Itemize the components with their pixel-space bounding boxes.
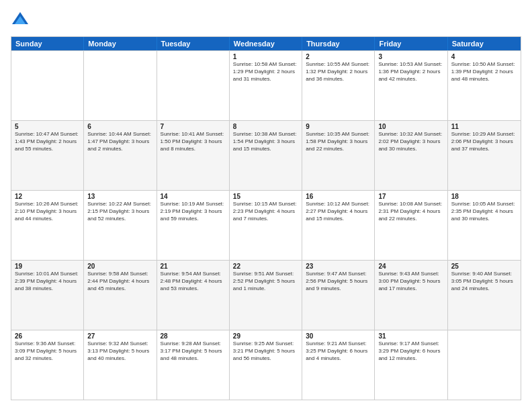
weekday-header: Wednesday <box>230 37 302 50</box>
weekday-header: Sunday <box>11 37 84 50</box>
weekday-header: Monday <box>84 37 157 50</box>
cell-info: Sunrise: 9:36 AM Sunset: 3:09 PM Dayligh… <box>15 340 80 362</box>
day-number: 20 <box>87 263 152 270</box>
day-number: 14 <box>161 193 226 200</box>
day-number: 8 <box>233 123 298 130</box>
calendar-cell: 19Sunrise: 10:01 AM Sunset: 2:39 PM Dayl… <box>11 261 84 330</box>
cell-info: Sunrise: 9:25 AM Sunset: 3:21 PM Dayligh… <box>233 340 298 362</box>
day-number: 23 <box>306 263 371 270</box>
calendar-cell: 6Sunrise: 10:44 AM Sunset: 1:47 PM Dayli… <box>84 121 157 190</box>
day-number: 18 <box>451 193 517 200</box>
cell-info: Sunrise: 9:21 AM Sunset: 3:25 PM Dayligh… <box>306 340 371 362</box>
weekday-header: Saturday <box>448 37 521 50</box>
cell-info: Sunrise: 10:15 AM Sunset: 2:23 PM Daylig… <box>233 201 298 222</box>
logo-icon <box>11 11 30 30</box>
day-number: 26 <box>15 332 80 340</box>
calendar-cell: 14Sunrise: 10:19 AM Sunset: 2:19 PM Dayl… <box>157 191 230 260</box>
calendar-cell: 30Sunrise: 9:21 AM Sunset: 3:25 PM Dayli… <box>302 330 375 400</box>
day-number: 2 <box>306 53 371 60</box>
calendar-cell: 1Sunrise: 10:58 AM Sunset: 1:29 PM Dayli… <box>230 51 302 120</box>
calendar-cell: 4Sunrise: 10:50 AM Sunset: 1:39 PM Dayli… <box>448 51 521 120</box>
cell-info: Sunrise: 10:47 AM Sunset: 1:43 PM Daylig… <box>15 131 80 152</box>
day-number: 21 <box>161 263 226 270</box>
calendar-cell: 25Sunrise: 9:40 AM Sunset: 3:05 PM Dayli… <box>448 261 521 330</box>
calendar-cell: 27Sunrise: 9:32 AM Sunset: 3:13 PM Dayli… <box>84 330 157 400</box>
page: SundayMondayTuesdayWednesdayThursdayFrid… <box>0 0 532 411</box>
calendar-cell: 9Sunrise: 10:35 AM Sunset: 1:58 PM Dayli… <box>302 121 375 190</box>
cell-info: Sunrise: 9:51 AM Sunset: 2:52 PM Dayligh… <box>233 271 298 292</box>
logo <box>11 11 32 30</box>
cell-info: Sunrise: 9:32 AM Sunset: 3:13 PM Dayligh… <box>87 340 152 362</box>
calendar-row: 19Sunrise: 10:01 AM Sunset: 2:39 PM Dayl… <box>11 260 521 330</box>
calendar-cell: 23Sunrise: 9:47 AM Sunset: 2:56 PM Dayli… <box>302 261 375 330</box>
cell-info: Sunrise: 10:50 AM Sunset: 1:39 PM Daylig… <box>451 61 517 83</box>
calendar-cell: 29Sunrise: 9:25 AM Sunset: 3:21 PM Dayli… <box>230 330 302 400</box>
cell-info: Sunrise: 10:35 AM Sunset: 1:58 PM Daylig… <box>306 131 371 152</box>
cell-info: Sunrise: 9:28 AM Sunset: 3:17 PM Dayligh… <box>161 340 226 362</box>
day-number: 17 <box>378 193 443 200</box>
day-number: 7 <box>161 123 226 130</box>
day-number: 11 <box>451 123 517 130</box>
cell-info: Sunrise: 9:40 AM Sunset: 3:05 PM Dayligh… <box>451 271 517 292</box>
day-number: 29 <box>233 332 298 340</box>
day-number: 30 <box>306 332 371 340</box>
calendar-cell: 26Sunrise: 9:36 AM Sunset: 3:09 PM Dayli… <box>11 330 84 400</box>
day-number: 15 <box>233 193 298 200</box>
cell-info: Sunrise: 10:32 AM Sunset: 2:02 PM Daylig… <box>378 131 443 152</box>
weekday-header: Friday <box>375 37 447 50</box>
day-number: 6 <box>87 123 152 130</box>
cell-info: Sunrise: 10:08 AM Sunset: 2:31 PM Daylig… <box>378 201 443 222</box>
calendar-cell: 16Sunrise: 10:12 AM Sunset: 2:27 PM Dayl… <box>302 191 375 260</box>
calendar-cell: 3Sunrise: 10:53 AM Sunset: 1:36 PM Dayli… <box>375 51 447 120</box>
cell-info: Sunrise: 10:44 AM Sunset: 1:47 PM Daylig… <box>87 131 152 152</box>
cell-info: Sunrise: 10:22 AM Sunset: 2:15 PM Daylig… <box>87 201 152 222</box>
calendar-cell: 12Sunrise: 10:26 AM Sunset: 2:10 PM Dayl… <box>11 191 84 260</box>
calendar-cell <box>84 51 157 120</box>
calendar-cell: 20Sunrise: 9:58 AM Sunset: 2:44 PM Dayli… <box>84 261 157 330</box>
day-number: 16 <box>306 193 371 200</box>
cell-info: Sunrise: 9:43 AM Sunset: 3:00 PM Dayligh… <box>378 271 443 292</box>
cell-info: Sunrise: 10:12 AM Sunset: 2:27 PM Daylig… <box>306 201 371 222</box>
cell-info: Sunrise: 10:19 AM Sunset: 2:19 PM Daylig… <box>161 201 226 222</box>
weekday-header: Tuesday <box>157 37 230 50</box>
cell-info: Sunrise: 9:47 AM Sunset: 2:56 PM Dayligh… <box>306 271 371 292</box>
day-number: 28 <box>161 332 226 340</box>
day-number: 19 <box>15 263 80 270</box>
calendar-row: 26Sunrise: 9:36 AM Sunset: 3:09 PM Dayli… <box>11 330 521 400</box>
day-number: 9 <box>306 123 371 130</box>
cell-info: Sunrise: 10:26 AM Sunset: 2:10 PM Daylig… <box>15 201 80 222</box>
calendar-cell <box>157 51 230 120</box>
cell-info: Sunrise: 10:38 AM Sunset: 1:54 PM Daylig… <box>233 131 298 152</box>
cell-info: Sunrise: 9:54 AM Sunset: 2:48 PM Dayligh… <box>161 271 226 292</box>
cell-info: Sunrise: 10:05 AM Sunset: 2:35 PM Daylig… <box>451 201 517 222</box>
day-number: 24 <box>378 263 443 270</box>
calendar-body: 1Sunrise: 10:58 AM Sunset: 1:29 PM Dayli… <box>11 50 521 400</box>
day-number: 4 <box>451 53 517 60</box>
calendar-cell: 10Sunrise: 10:32 AM Sunset: 2:02 PM Dayl… <box>375 121 447 190</box>
calendar-cell: 28Sunrise: 9:28 AM Sunset: 3:17 PM Dayli… <box>157 330 230 400</box>
calendar-cell: 17Sunrise: 10:08 AM Sunset: 2:31 PM Dayl… <box>375 191 447 260</box>
day-number: 27 <box>87 332 152 340</box>
calendar-row: 5Sunrise: 10:47 AM Sunset: 1:43 PM Dayli… <box>11 120 521 190</box>
cell-info: Sunrise: 10:41 AM Sunset: 1:50 PM Daylig… <box>161 131 226 152</box>
calendar-cell: 2Sunrise: 10:55 AM Sunset: 1:32 PM Dayli… <box>302 51 375 120</box>
weekday-header: Thursday <box>302 37 375 50</box>
calendar-cell <box>11 51 84 120</box>
calendar-cell: 15Sunrise: 10:15 AM Sunset: 2:23 PM Dayl… <box>230 191 302 260</box>
calendar-cell: 24Sunrise: 9:43 AM Sunset: 3:00 PM Dayli… <box>375 261 447 330</box>
cell-info: Sunrise: 10:29 AM Sunset: 2:06 PM Daylig… <box>451 131 517 152</box>
cell-info: Sunrise: 9:17 AM Sunset: 3:29 PM Dayligh… <box>378 340 443 362</box>
day-number: 5 <box>15 123 80 130</box>
calendar-cell: 22Sunrise: 9:51 AM Sunset: 2:52 PM Dayli… <box>230 261 302 330</box>
day-number: 12 <box>15 193 80 200</box>
calendar-cell: 13Sunrise: 10:22 AM Sunset: 2:15 PM Dayl… <box>84 191 157 260</box>
day-number: 13 <box>87 193 152 200</box>
day-number: 25 <box>451 263 517 270</box>
cell-info: Sunrise: 10:53 AM Sunset: 1:36 PM Daylig… <box>378 61 443 83</box>
cell-info: Sunrise: 10:01 AM Sunset: 2:39 PM Daylig… <box>15 271 80 292</box>
calendar-cell: 11Sunrise: 10:29 AM Sunset: 2:06 PM Dayl… <box>448 121 521 190</box>
day-number: 3 <box>378 53 443 60</box>
calendar-cell: 21Sunrise: 9:54 AM Sunset: 2:48 PM Dayli… <box>157 261 230 330</box>
calendar-row: 12Sunrise: 10:26 AM Sunset: 2:10 PM Dayl… <box>11 190 521 260</box>
calendar-cell: 31Sunrise: 9:17 AM Sunset: 3:29 PM Dayli… <box>375 330 447 400</box>
